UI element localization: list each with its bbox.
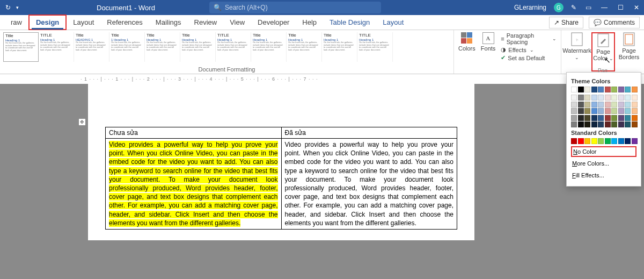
theme-thumbnail[interactable]: TitleHeading 1On the Insert tab, the gal… bbox=[3, 32, 39, 62]
theme-thumbnail[interactable]: TITLEHeading 1On the Insert tab, the gal… bbox=[216, 32, 251, 62]
color-swatch[interactable] bbox=[578, 115, 584, 121]
color-swatch[interactable] bbox=[598, 102, 604, 108]
color-swatch[interactable] bbox=[625, 95, 631, 101]
color-swatch[interactable] bbox=[578, 87, 584, 92]
paragraph-spacing-button[interactable]: ≡Paragraph Spacing⌄ bbox=[501, 32, 557, 45]
user-name[interactable]: GLerarning bbox=[514, 4, 546, 11]
color-swatch[interactable] bbox=[571, 121, 577, 127]
comments-button[interactable]: 💬Comments bbox=[589, 17, 640, 28]
color-swatch[interactable] bbox=[598, 121, 604, 127]
close-button[interactable]: ✕ bbox=[632, 4, 641, 11]
color-swatch[interactable] bbox=[584, 102, 590, 108]
tab-table-layout[interactable]: Layout bbox=[376, 16, 410, 29]
more-colors-item[interactable]: More Colors... bbox=[571, 158, 636, 169]
comparison-table[interactable]: Chưa sửa Đã sửa Video provides a powerfu… bbox=[105, 127, 457, 230]
color-swatch[interactable] bbox=[578, 95, 584, 101]
color-swatch[interactable] bbox=[598, 87, 604, 92]
color-swatch[interactable] bbox=[591, 102, 597, 108]
theme-thumbnail[interactable]: TitleHeading 1On the Insert tab, the gal… bbox=[251, 32, 287, 62]
color-swatch[interactable] bbox=[591, 87, 597, 92]
theme-thumbnail[interactable]: Title1 Heading 1On the Insert tab, the g… bbox=[109, 32, 145, 62]
set-as-default-button[interactable]: ✔Set as Default bbox=[501, 54, 557, 61]
color-swatch[interactable] bbox=[578, 108, 584, 114]
theme-thumbnail[interactable]: TitleHeading 1On the Insert tab, the gal… bbox=[180, 32, 216, 62]
color-swatch[interactable] bbox=[571, 108, 577, 114]
color-swatch[interactable] bbox=[605, 102, 611, 108]
tab-review[interactable]: Review bbox=[188, 16, 224, 29]
user-avatar[interactable]: G bbox=[554, 3, 564, 12]
color-swatch[interactable] bbox=[632, 108, 638, 114]
color-swatch[interactable] bbox=[584, 95, 590, 101]
color-swatch[interactable] bbox=[571, 138, 577, 144]
color-swatch[interactable] bbox=[625, 108, 631, 114]
color-swatch[interactable] bbox=[591, 95, 597, 101]
table-cell-header-right[interactable]: Đã sửa bbox=[281, 127, 457, 139]
color-swatch[interactable] bbox=[571, 115, 577, 121]
table-cell-header-left[interactable]: Chưa sửa bbox=[106, 127, 282, 139]
color-swatch[interactable] bbox=[618, 138, 624, 144]
color-swatch[interactable] bbox=[611, 87, 617, 92]
color-swatch[interactable] bbox=[618, 95, 624, 101]
color-swatch[interactable] bbox=[591, 121, 597, 127]
color-swatch[interactable] bbox=[632, 138, 638, 144]
color-swatch[interactable] bbox=[605, 115, 611, 121]
no-color-item[interactable]: No Color bbox=[571, 146, 636, 157]
ribbon-display-icon[interactable]: ▭ bbox=[584, 4, 592, 11]
theme-thumbnail[interactable]: TitleHeading 1On the Insert tab, the gal… bbox=[322, 32, 357, 62]
color-swatch[interactable] bbox=[625, 138, 631, 144]
color-swatch[interactable] bbox=[591, 108, 597, 114]
color-swatch[interactable] bbox=[591, 115, 597, 121]
table-cell-body-right[interactable]: Video provides a powerful way to help yo… bbox=[281, 139, 457, 230]
tab-developer[interactable]: Developer bbox=[251, 16, 296, 29]
color-swatch[interactable] bbox=[598, 138, 604, 144]
color-swatch[interactable] bbox=[618, 115, 624, 121]
color-swatch[interactable] bbox=[578, 138, 584, 144]
effects-button[interactable]: ◑Effects⌄ bbox=[501, 46, 557, 53]
color-swatch[interactable] bbox=[571, 102, 577, 108]
tab-layout[interactable]: Layout bbox=[67, 16, 100, 29]
color-swatch[interactable] bbox=[591, 138, 597, 144]
color-swatch[interactable] bbox=[632, 87, 638, 92]
autosave-icon[interactable]: ↻ bbox=[5, 4, 11, 11]
color-swatch[interactable] bbox=[605, 95, 611, 101]
color-swatch[interactable] bbox=[605, 108, 611, 114]
color-swatch[interactable] bbox=[598, 108, 604, 114]
color-swatch[interactable] bbox=[605, 138, 611, 144]
color-swatch[interactable] bbox=[584, 115, 590, 121]
color-swatch[interactable] bbox=[611, 95, 617, 101]
colors-button[interactable]: Colors bbox=[458, 32, 475, 52]
pen-icon[interactable]: ✎ bbox=[571, 4, 576, 11]
theme-thumbnail[interactable]: TITLEHeading 1On the Insert tab, the gal… bbox=[39, 32, 74, 62]
color-swatch[interactable] bbox=[584, 121, 590, 127]
table-cell-body-left[interactable]: Video provides a powerful way to help yo… bbox=[106, 139, 282, 230]
theme-thumbnail[interactable]: TitleHEADING 1On the Insert tab, the gal… bbox=[74, 32, 109, 62]
watermark-button[interactable]: A Watermark⌄ bbox=[565, 32, 589, 71]
tab-mailings[interactable]: Mailings bbox=[149, 16, 188, 29]
themes-gallery[interactable]: TitleHeading 1On the Insert tab, the gal… bbox=[0, 30, 453, 62]
tab-help[interactable]: Help bbox=[296, 16, 323, 29]
theme-thumbnail[interactable]: TitleHeading 1On the Insert tab, the gal… bbox=[287, 32, 322, 62]
color-swatch[interactable] bbox=[584, 138, 590, 144]
theme-thumbnail[interactable]: TitleHeading 1On the Insert tab, the gal… bbox=[145, 32, 180, 62]
tab-draw[interactable]: raw bbox=[4, 16, 28, 29]
color-swatch[interactable] bbox=[598, 95, 604, 101]
color-swatch[interactable] bbox=[618, 108, 624, 114]
color-swatch[interactable] bbox=[618, 121, 624, 127]
qat-dropdown-icon[interactable]: ▾ bbox=[16, 5, 19, 10]
color-swatch[interactable] bbox=[578, 102, 584, 108]
color-swatch[interactable] bbox=[632, 95, 638, 101]
page-color-button[interactable]: Page Color ⌄ bbox=[591, 32, 615, 71]
minimize-button[interactable]: — bbox=[600, 4, 609, 11]
color-swatch[interactable] bbox=[632, 121, 638, 127]
fill-effects-item[interactable]: Fill Effects... bbox=[571, 170, 636, 181]
color-swatch[interactable] bbox=[578, 121, 584, 127]
color-swatch[interactable] bbox=[605, 121, 611, 127]
color-swatch[interactable] bbox=[571, 87, 577, 92]
color-swatch[interactable] bbox=[625, 102, 631, 108]
tab-view[interactable]: View bbox=[223, 16, 251, 29]
color-swatch[interactable] bbox=[632, 115, 638, 121]
theme-thumbnail[interactable]: TITLEHeading 1On the Insert tab, the gal… bbox=[357, 32, 393, 62]
tab-table-design[interactable]: Table Design bbox=[323, 16, 376, 29]
share-button[interactable]: ↗Share bbox=[549, 17, 583, 28]
color-swatch[interactable] bbox=[611, 138, 617, 144]
